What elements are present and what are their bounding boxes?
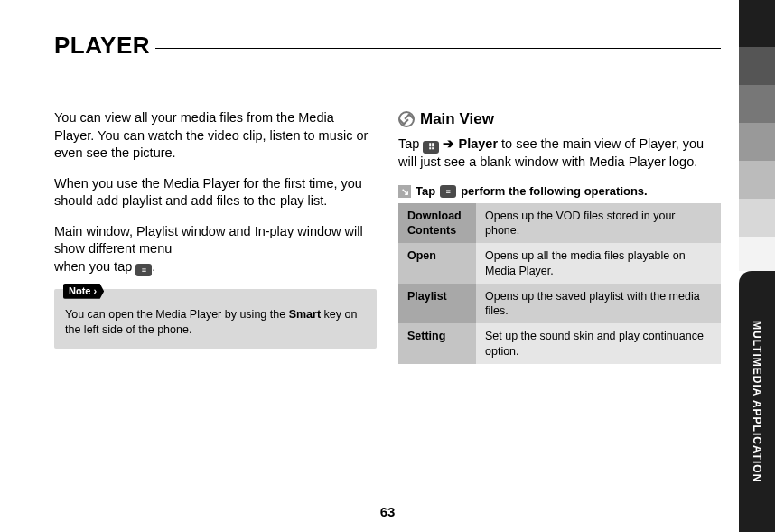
op-key: Setting [398,323,476,364]
table-row: Setting Set up the sound skin and play c… [398,323,721,364]
table-row: Open Opens up all the media files playab… [398,243,721,284]
op-value: Opens up the saved playlist with the med… [476,284,721,324]
title-row: PLAYER [54,32,721,60]
page-number: 63 [380,504,396,519]
op-value: Opens up all the media files playable on… [476,243,721,284]
op-key: Open [398,243,476,284]
apps-icon [423,141,439,154]
menu-icon [135,264,152,276]
tip-text-b: perform the following operations. [461,183,648,200]
table-row: Playlist Opens up the saved playlist wit… [398,284,721,324]
right-intro: Tap ➔ Player to see the main view of Pla… [398,135,721,171]
left-para-3: Main window, Playlist window and In-play… [54,223,377,276]
right-column: Main View Tap ➔ Player to see the main v… [398,109,721,364]
op-key: Playlist [398,284,476,324]
right-intro-a: Tap [398,136,423,151]
note-box: Note › You can open the Media Player by … [54,289,377,349]
section-header: Main View [398,109,721,130]
op-value: Set up the sound skin and play continuan… [476,323,721,364]
note-badge: Note › [63,284,104,299]
page-title: PLAYER [54,32,150,60]
menu-icon [440,185,456,198]
arrow-icon: ➔ [439,136,458,151]
tip-row: Tap perform the following operations. [398,183,721,200]
refresh-icon [398,111,415,127]
left-para-1: You can view all your media files from t… [54,109,377,163]
left-para-3b: when you tap [54,259,135,274]
op-value: Opens up the VOD files stored in your ph… [476,203,721,244]
side-segment [739,123,775,161]
content-columns: You can view all your media files from t… [54,109,721,364]
side-segment [739,47,775,85]
side-tab: MULTIMEDIA APPLICATION [739,0,775,532]
operations-table: Download Contents Opens up the VOD files… [398,203,721,364]
side-label: MULTIMEDIA APPLICATION [751,321,763,482]
note-text-a: You can open the Media Player by using t… [65,308,289,321]
side-label-segment: MULTIMEDIA APPLICATION [739,271,775,532]
side-segment [739,0,775,47]
title-rule [155,48,721,49]
table-row: Download Contents Opens up the VOD files… [398,203,721,244]
down-right-arrow-icon [398,185,411,198]
side-segment [739,161,775,199]
manual-page: PLAYER You can view all your media files… [0,0,775,532]
note-text-bold: Smart [289,308,321,321]
left-para-3c: . [152,259,155,274]
left-para-2: When you use the Media Player for the fi… [54,175,377,210]
side-segment [739,199,775,237]
right-intro-bold: Player [458,136,498,151]
side-segment [739,237,775,271]
left-para-3a: Main window, Playlist window and In-play… [54,224,363,257]
op-key: Download Contents [398,203,476,244]
tip-text-a: Tap [416,183,435,200]
left-column: You can view all your media files from t… [54,109,377,364]
section-title: Main View [420,109,494,130]
side-segment [739,85,775,123]
